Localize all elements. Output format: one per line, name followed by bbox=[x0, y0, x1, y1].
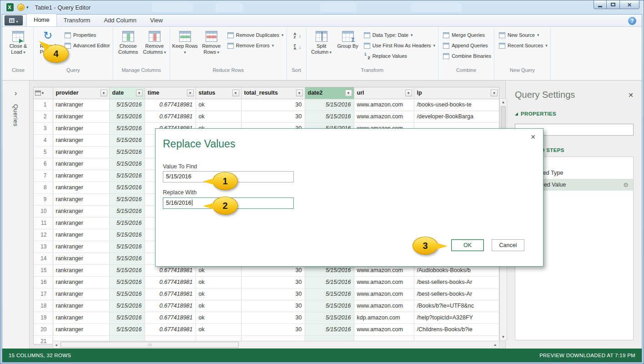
split-column-button[interactable]: Split Column bbox=[308, 29, 335, 55]
cell-provider[interactable]: rankranger bbox=[53, 134, 109, 146]
ribbon-menu-button[interactable] bbox=[5, 15, 23, 25]
cell-date[interactable]: 5/15/2016 bbox=[109, 312, 145, 324]
close-settings-icon[interactable] bbox=[628, 91, 634, 99]
horizontal-scroll-thumb[interactable] bbox=[60, 342, 239, 348]
filter-button[interactable] bbox=[345, 90, 352, 96]
horizontal-scrollbar[interactable] bbox=[52, 341, 499, 349]
use-first-row-as-headers-button[interactable]: Use First Row As Headers bbox=[364, 42, 436, 49]
tab-transform[interactable]: Transform bbox=[57, 15, 97, 26]
cell-date2[interactable]: 5/15/2016 bbox=[305, 111, 354, 122]
remove-errors-button[interactable]: Remove Errors bbox=[227, 42, 284, 49]
cell-status[interactable]: ok bbox=[196, 276, 241, 288]
cell-date2[interactable]: 5/15/2016 bbox=[305, 288, 354, 300]
cell-date[interactable]: 5/15/2016 bbox=[109, 205, 145, 217]
cell-lp[interactable]: /best-sellers-books-Ar bbox=[414, 288, 499, 300]
cell-provider[interactable]: rankranger bbox=[53, 182, 109, 193]
filter-button[interactable] bbox=[405, 90, 412, 96]
column-header-total-results[interactable]: total_results bbox=[241, 87, 305, 99]
cell-date[interactable]: 5/15/2016 bbox=[109, 300, 145, 312]
cell-date2[interactable]: 5/15/2016 bbox=[305, 99, 354, 111]
filter-button[interactable] bbox=[491, 90, 498, 96]
cell-total_results[interactable]: 30 bbox=[241, 324, 305, 335]
cell-provider[interactable]: rankranger bbox=[53, 288, 109, 300]
advanced-editor-button[interactable]: Advanced Editor bbox=[65, 42, 110, 49]
cell-time[interactable]: 0.677418981 bbox=[145, 99, 196, 111]
group-by-button[interactable]: Group By bbox=[335, 29, 361, 49]
sort-ascending-button[interactable]: AZ bbox=[292, 31, 303, 40]
cell-provider[interactable]: rankranger bbox=[53, 229, 109, 241]
cell-date2[interactable]: 5/15/2016 bbox=[305, 300, 354, 312]
combine-binaries-button[interactable]: Combine Binaries bbox=[443, 52, 491, 60]
cell-provider[interactable]: rankranger bbox=[53, 205, 109, 217]
help-button[interactable] bbox=[628, 17, 636, 25]
cell-total_results[interactable]: 30 bbox=[241, 276, 305, 288]
filter-button[interactable] bbox=[232, 90, 239, 96]
data-type-button[interactable]: Data Type: Date bbox=[364, 31, 436, 39]
cell-date[interactable]: 5/15/2016 bbox=[109, 264, 145, 276]
cell-url[interactable]: www.amazon.com bbox=[354, 111, 414, 122]
column-header-time[interactable]: time bbox=[145, 87, 196, 99]
cell-date[interactable]: 5/15/2016 bbox=[109, 146, 145, 158]
cell-provider[interactable]: rankranger bbox=[53, 253, 109, 264]
cell-date[interactable]: 5/15/2016 bbox=[109, 122, 145, 134]
column-header-status[interactable]: status bbox=[196, 87, 241, 99]
cell-provider[interactable]: rankranger bbox=[53, 276, 109, 288]
cell-provider[interactable]: rankranger bbox=[53, 312, 109, 324]
remove-columns-button[interactable]: Remove Columns bbox=[141, 29, 168, 55]
cell-status[interactable]: ok bbox=[196, 300, 241, 312]
properties-button[interactable]: Properties bbox=[65, 31, 110, 39]
cell-lp[interactable]: /help?topicId=A328FY bbox=[414, 312, 499, 324]
properties-section-header[interactable]: PROPERTIES bbox=[515, 111, 634, 116]
cell-status[interactable]: ok bbox=[196, 111, 241, 122]
cell-lp[interactable]: /best-sellers-books-Ar bbox=[414, 276, 499, 288]
cell-date[interactable]: 5/15/2016 bbox=[109, 111, 145, 122]
cell-url[interactable]: www.amazon.com bbox=[354, 324, 414, 335]
keep-rows-button[interactable]: Keep Rows bbox=[172, 29, 198, 55]
select-all-header[interactable] bbox=[34, 87, 53, 99]
cell-time[interactable]: 0.677418981 bbox=[145, 312, 196, 324]
cell-url[interactable]: www.amazon.com bbox=[354, 300, 414, 312]
scroll-up-icon[interactable] bbox=[500, 99, 507, 106]
quick-access-dropdown-icon[interactable] bbox=[26, 5, 29, 10]
maximize-button[interactable] bbox=[607, 0, 620, 9]
cell-date[interactable]: 5/15/2016 bbox=[109, 324, 145, 335]
merge-queries-button[interactable]: Merge Queries bbox=[443, 31, 491, 39]
cell-provider[interactable]: rankranger bbox=[53, 111, 109, 122]
cell-provider[interactable]: rankranger bbox=[53, 324, 109, 335]
close-button[interactable] bbox=[620, 0, 639, 9]
close-and-load-button[interactable]: Close & Load bbox=[5, 29, 31, 55]
new-source-button[interactable]: New Source bbox=[499, 31, 548, 39]
queries-pane[interactable]: Queries bbox=[2, 81, 30, 349]
cell-total_results[interactable]: 30 bbox=[241, 99, 305, 111]
recent-sources-button[interactable]: Recent Sources bbox=[499, 42, 548, 49]
scroll-left-icon[interactable] bbox=[53, 343, 60, 347]
filter-button[interactable] bbox=[296, 90, 303, 96]
append-queries-button[interactable]: Append Queries bbox=[443, 42, 491, 49]
cell-date2[interactable]: 5/15/2016 bbox=[305, 312, 354, 324]
cell-url[interactable]: kdp.amazon.com bbox=[354, 312, 414, 324]
cell-time[interactable]: 0.677418981 bbox=[145, 300, 196, 312]
filter-button[interactable] bbox=[101, 90, 107, 96]
choose-columns-button[interactable]: Choose Columns bbox=[115, 29, 141, 55]
cell-url[interactable]: www.amazon.com bbox=[354, 276, 414, 288]
column-header-lp[interactable]: lp bbox=[414, 87, 499, 99]
remove-duplicates-button[interactable]: Remove Duplicates bbox=[227, 31, 284, 39]
cell-status[interactable]: ok bbox=[196, 99, 241, 111]
dialog-close-icon[interactable] bbox=[530, 133, 536, 141]
replace-values-button[interactable]: Replace Values bbox=[364, 52, 436, 60]
cell-date[interactable]: 5/15/2016 bbox=[109, 241, 145, 253]
gear-icon[interactable] bbox=[623, 182, 629, 188]
remove-rows-button[interactable]: Remove Rows bbox=[198, 29, 225, 55]
cell-provider[interactable]: rankranger bbox=[53, 99, 109, 111]
cell-total_results[interactable]: 30 bbox=[241, 300, 305, 312]
cell-date2[interactable]: 5/15/2016 bbox=[305, 324, 354, 335]
cell-date[interactable]: 5/15/2016 bbox=[109, 229, 145, 241]
cell-total_results[interactable]: 30 bbox=[241, 111, 305, 122]
cell-provider[interactable]: rankranger bbox=[53, 158, 109, 170]
cell-status[interactable]: ok bbox=[196, 312, 241, 324]
cell-provider[interactable]: rankranger bbox=[53, 146, 109, 158]
cell-lp[interactable]: /books-used-books-te bbox=[414, 99, 499, 111]
column-header-date2[interactable]: date2 bbox=[305, 87, 354, 99]
ok-button[interactable]: OK bbox=[451, 239, 484, 251]
filter-button[interactable] bbox=[136, 90, 143, 96]
